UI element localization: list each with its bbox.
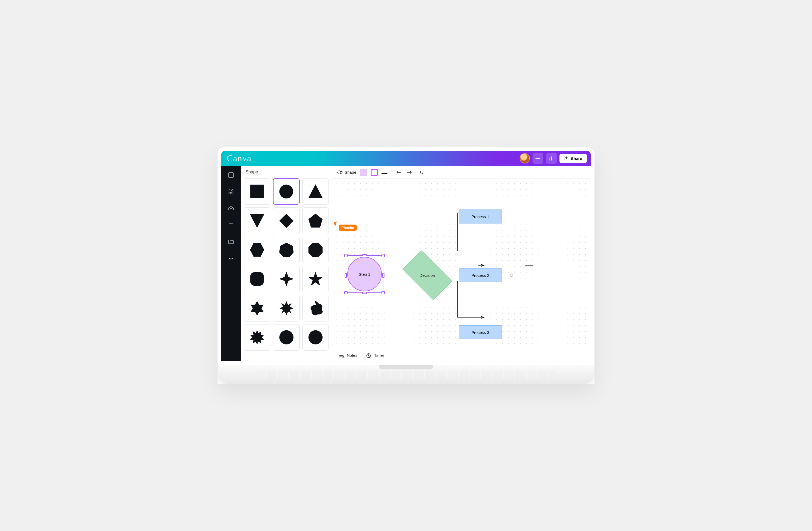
shape-4-point-star[interactable] (273, 266, 300, 292)
shape-pentagon[interactable] (302, 207, 329, 234)
decision-label: Decision (419, 273, 435, 278)
laptop-base (218, 365, 594, 384)
shape-grid (241, 178, 332, 354)
timer-label: Timer (374, 353, 384, 358)
svg-rect-15 (250, 272, 264, 286)
arrow-right-icon (407, 171, 412, 174)
shape-tool-button[interactable]: Shape (337, 170, 356, 175)
top-bar: Canva Share (221, 151, 591, 166)
svg-point-23 (308, 330, 323, 345)
analytics-button[interactable] (546, 153, 557, 164)
notes-button[interactable]: Notes (339, 353, 357, 358)
shape-diamond[interactable] (273, 207, 300, 234)
svg-marker-9 (250, 214, 264, 228)
svg-point-1 (232, 189, 233, 191)
shape-rounded-octagon[interactable] (244, 266, 270, 292)
svg-marker-13 (279, 243, 294, 257)
connector-endpoint-handle[interactable] (510, 274, 513, 277)
brand-logo[interactable]: Canva (227, 153, 251, 163)
arrow-left-icon (396, 171, 402, 174)
layout-icon (228, 172, 234, 178)
decision-node[interactable]: Decision (405, 258, 449, 292)
svg-marker-10 (279, 214, 293, 228)
canvas-area: Shape Phoebe (332, 166, 591, 361)
shape-burst-20[interactable] (302, 324, 329, 350)
svg-marker-18 (251, 301, 264, 316)
shape-burst-12[interactable] (244, 324, 270, 350)
shape-5-point-star[interactable] (302, 266, 329, 292)
shape-triangle-down[interactable] (244, 207, 270, 234)
nav-elements[interactable] (227, 188, 235, 196)
laptop-frame: Canva Share Shape (218, 147, 594, 384)
resize-handle-e[interactable] (382, 273, 385, 278)
nav-uploads[interactable] (227, 205, 235, 212)
share-label: Share (571, 156, 582, 161)
resize-handle-w[interactable] (345, 273, 347, 278)
shape-circle[interactable] (273, 178, 300, 205)
collaborator-cursor: Phoebe (334, 222, 357, 231)
resize-handle-s[interactable] (362, 292, 367, 294)
resize-handle-se[interactable] (381, 291, 385, 294)
timer-icon (366, 353, 371, 358)
svg-point-5 (232, 258, 233, 259)
add-button[interactable] (533, 153, 543, 164)
user-avatar[interactable] (520, 153, 530, 163)
cloud-upload-icon (228, 205, 234, 212)
process2-node[interactable]: Process 2 (459, 268, 502, 282)
notes-label: Notes (347, 353, 357, 358)
share-button[interactable]: Share (560, 154, 587, 163)
canvas-footer: Notes Timer (332, 349, 591, 361)
circle-swap-icon (337, 170, 343, 175)
resize-handle-n[interactable] (362, 254, 367, 256)
line-type-elbow[interactable] (417, 169, 424, 176)
shape-square[interactable] (244, 178, 270, 205)
process3-node[interactable]: Process 3 (459, 325, 502, 339)
cursor-pointer-icon (334, 221, 338, 227)
shape-blob-star[interactable] (302, 295, 329, 321)
svg-marker-16 (279, 272, 294, 287)
svg-point-3 (229, 258, 230, 259)
context-toolbar: Shape (332, 166, 591, 179)
nav-projects[interactable] (227, 238, 235, 246)
shape-6-point-star[interactable] (244, 295, 270, 321)
svg-rect-2 (229, 192, 230, 194)
process1-label: Process 1 (472, 214, 490, 219)
svg-rect-6 (250, 185, 264, 198)
svg-marker-8 (308, 184, 323, 198)
svg-marker-14 (308, 243, 323, 257)
shape-hexagon[interactable] (244, 237, 270, 263)
fill-color-swatch[interactable] (360, 169, 367, 176)
svg-marker-12 (250, 243, 264, 257)
nav-text[interactable] (227, 221, 235, 229)
process1-node[interactable]: Process 1 (459, 210, 502, 224)
svg-point-4 (230, 258, 231, 259)
svg-marker-19 (279, 301, 293, 315)
shape-triangle[interactable] (302, 178, 329, 205)
app-screen: Canva Share Shape (218, 147, 594, 365)
svg-point-7 (279, 184, 293, 198)
timer-button[interactable]: Timer (366, 353, 384, 358)
shape-heptagon[interactable] (273, 237, 300, 263)
canvas[interactable]: Phoebe Step 1 Decisi (332, 179, 591, 349)
dots-icon (228, 255, 234, 262)
svg-marker-17 (308, 272, 323, 286)
resize-handle-ne[interactable] (381, 254, 385, 257)
line-weight-button[interactable] (381, 171, 388, 174)
bar-chart-icon (549, 156, 554, 161)
line-start-none[interactable] (395, 169, 402, 176)
shape-octagon[interactable] (302, 237, 329, 263)
line-end-arrow[interactable] (406, 169, 413, 176)
workspace: Shape Shape Pho (221, 166, 591, 361)
resize-handle-nw[interactable] (344, 254, 348, 257)
shape-panel: Shape (241, 166, 332, 361)
plus-icon (536, 156, 540, 161)
border-color-swatch[interactable] (371, 169, 378, 176)
svg-marker-20 (250, 330, 264, 345)
step1-node[interactable]: Step 1 (347, 257, 382, 291)
nav-more[interactable] (227, 255, 235, 262)
nav-templates[interactable] (227, 171, 235, 179)
shape-8-point-star[interactable] (273, 295, 300, 321)
svg-point-24 (338, 171, 341, 174)
shape-burst-16[interactable] (273, 324, 300, 350)
resize-handle-sw[interactable] (344, 291, 348, 294)
